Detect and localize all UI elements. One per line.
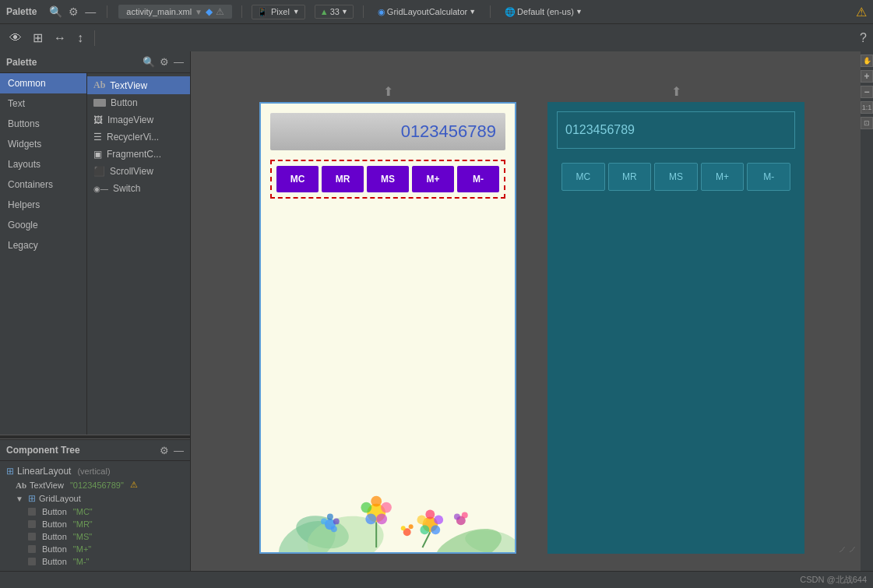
palette-item-switch[interactable]: ◉— Switch bbox=[87, 180, 190, 197]
locale-selector[interactable]: 🌐 Default (en-us) ▼ bbox=[500, 5, 587, 19]
design-toolbar: 👁 ⊞ ↔ ↕ ? bbox=[0, 23, 873, 51]
tree-btn-mplus[interactable]: Button "M+" bbox=[0, 543, 190, 555]
btn-ms-light[interactable]: MS bbox=[367, 166, 409, 192]
tree-linearlayout[interactable]: ⊞ LinearLayout (vertical) bbox=[0, 464, 190, 478]
error-icon: ⚠ bbox=[216, 6, 224, 17]
category-text[interactable]: Text bbox=[0, 93, 86, 114]
category-legacy[interactable]: Legacy bbox=[0, 235, 86, 255]
tree-btn-mminus-icon bbox=[28, 558, 36, 565]
category-helpers[interactable]: Helpers bbox=[0, 195, 86, 215]
palette-minimize-icon[interactable]: — bbox=[174, 56, 184, 68]
tree-gridlayout[interactable]: ▼ ⊞ GridLayout bbox=[0, 491, 190, 505]
palette-item-textview[interactable]: Ab TextView bbox=[87, 76, 190, 94]
phone-icon: 📱 bbox=[257, 7, 268, 17]
tree-btn-mr[interactable]: Button "MR" bbox=[0, 518, 190, 530]
tree-btn-mc[interactable]: Button "MC" bbox=[0, 505, 190, 518]
phone-dark: 0123456789 MC MR MS M+ M- bbox=[547, 102, 804, 554]
btn-mc-light[interactable]: MC bbox=[276, 166, 319, 192]
phone-dark-wrapper: ⬆ 0123456789 MC MR MS M+ M- bbox=[547, 84, 804, 554]
canvas-scrollbar: ✋ + − 1:1 ⊡ bbox=[861, 51, 873, 571]
zoom-reset-btn[interactable]: 1:1 bbox=[861, 101, 873, 114]
zoom-out-btn[interactable]: − bbox=[861, 86, 873, 98]
columns-icon[interactable]: ⊞ bbox=[30, 27, 46, 48]
palette-item-button[interactable]: Button bbox=[87, 94, 190, 111]
tree-minimize-icon[interactable]: — bbox=[174, 445, 184, 456]
tree-btn-mminus[interactable]: Button "M-" bbox=[0, 555, 190, 568]
device-selector[interactable]: 📱 Pixel ▼ bbox=[252, 5, 305, 19]
button-label: Button bbox=[111, 97, 138, 108]
tree-btn-mr-icon bbox=[28, 520, 36, 528]
palette-items: Ab TextView Button 🖼 ImageView ☰ Recycle… bbox=[87, 73, 190, 435]
btn-mr-dark[interactable]: MR bbox=[608, 163, 652, 191]
btn-mminus-light[interactable]: M- bbox=[457, 166, 499, 192]
btn-mplus-light[interactable]: M+ bbox=[412, 166, 454, 192]
settings-icon[interactable]: ⚙ bbox=[69, 5, 79, 18]
phone-light-wrapper: ⬆ 0123456789 MC MR MS M+ M- bbox=[259, 84, 516, 554]
svg-point-13 bbox=[420, 525, 429, 534]
palette-header-icons: 🔍 ⚙ — bbox=[143, 56, 184, 68]
tree-textview[interactable]: Ab TextView "0123456789" ⚠ bbox=[0, 478, 190, 491]
arrow-vertical-icon[interactable]: ↕ bbox=[74, 28, 86, 48]
calculator-display-dark: 0123456789 bbox=[557, 111, 795, 149]
tree-btn-ms[interactable]: Button "MS" bbox=[0, 530, 190, 543]
svg-point-26 bbox=[327, 514, 333, 520]
palette-settings-icon[interactable]: ⚙ bbox=[160, 56, 169, 68]
palette-item-fragmentc[interactable]: ▣ FragmentC... bbox=[87, 146, 190, 163]
recyclerview-icon: ☰ bbox=[93, 132, 102, 143]
bottom-bar: CSDN @北战644 bbox=[0, 571, 873, 588]
api-selector[interactable]: ▲ 33 ▼ bbox=[315, 5, 354, 19]
imageview-icon: 🖼 bbox=[93, 114, 103, 125]
palette-search-icon[interactable]: 🔍 bbox=[143, 56, 155, 68]
button-icon bbox=[93, 99, 106, 107]
display-text-light: 0123456789 bbox=[401, 121, 496, 142]
help-icon[interactable]: ? bbox=[860, 31, 867, 45]
btn-mminus-dark[interactable]: M- bbox=[747, 163, 790, 191]
palette-item-recyclerview[interactable]: ☰ RecyclerVi... bbox=[87, 129, 190, 146]
category-containers[interactable]: Containers bbox=[0, 174, 86, 195]
textview-icon: Ab bbox=[93, 79, 105, 91]
flower-decoration bbox=[261, 412, 515, 552]
layout-calculator-selector[interactable]: ◉ GridLayoutCalculator ▼ bbox=[373, 5, 481, 19]
arrow-horizontal-icon[interactable]: ↔ bbox=[51, 28, 69, 48]
search-icon[interactable]: 🔍 bbox=[49, 5, 62, 18]
zoom-in-btn[interactable]: + bbox=[861, 70, 873, 83]
palette-item-scrollview[interactable]: ⬛ ScrollView bbox=[87, 163, 190, 180]
svg-point-24 bbox=[454, 514, 460, 520]
top-bar: Palette 🔍 ⚙ — activity_main.xml ▼ ◆ ⚠ 📱 … bbox=[0, 0, 873, 23]
btn-mr-light[interactable]: MR bbox=[322, 166, 364, 192]
palette-item-imageview[interactable]: 🖼 ImageView bbox=[87, 111, 190, 129]
file-tab[interactable]: activity_main.xml ▼ ◆ ⚠ bbox=[118, 5, 232, 19]
layout-icon: ◆ bbox=[206, 6, 213, 17]
fit-btn[interactable]: ⊡ bbox=[861, 117, 873, 129]
tree-settings-icon[interactable]: ⚙ bbox=[160, 445, 169, 456]
textview-label: TextView bbox=[110, 80, 147, 91]
tree-btn-mc-icon bbox=[28, 508, 36, 516]
tree-btn-mc-label: Button bbox=[42, 507, 67, 516]
fragmentc-icon: ▣ bbox=[93, 149, 102, 160]
left-panel: Palette 🔍 ⚙ — Common Text Buttons Widget… bbox=[0, 51, 191, 571]
phone-light: 0123456789 MC MR MS M+ M- bbox=[259, 102, 516, 554]
minimize-icon[interactable]: — bbox=[85, 5, 96, 18]
btn-mplus-dark[interactable]: M+ bbox=[701, 163, 745, 191]
tree-textview-label: TextView bbox=[30, 481, 64, 490]
btn-mc-dark[interactable]: MC bbox=[561, 163, 605, 191]
eye-icon[interactable]: 👁 bbox=[6, 28, 25, 48]
category-widgets[interactable]: Widgets bbox=[0, 134, 86, 154]
category-common[interactable]: Common bbox=[0, 73, 86, 93]
palette-section-title: Palette bbox=[6, 57, 143, 68]
tree-btn-mr-value: "MR" bbox=[73, 519, 93, 529]
category-layouts[interactable]: Layouts bbox=[0, 154, 86, 174]
canvas-area: ⬆ 0123456789 MC MR MS M+ M- bbox=[191, 51, 873, 571]
svg-point-7 bbox=[365, 514, 376, 525]
button-grid-dark: MC MR MS M+ M- bbox=[557, 158, 795, 195]
svg-point-4 bbox=[371, 496, 382, 507]
category-buttons[interactable]: Buttons bbox=[0, 114, 86, 134]
calculator-display-light: 0123456789 bbox=[270, 113, 505, 150]
category-google[interactable]: Google bbox=[0, 215, 86, 235]
tree-btn-mminus-label: Button bbox=[42, 557, 67, 566]
svg-point-14 bbox=[417, 515, 427, 524]
tree-btn-ms-label: Button bbox=[42, 532, 67, 541]
hand-tool-btn[interactable]: ✋ bbox=[861, 55, 873, 67]
svg-point-29 bbox=[321, 518, 327, 524]
btn-ms-dark[interactable]: MS bbox=[654, 163, 698, 191]
